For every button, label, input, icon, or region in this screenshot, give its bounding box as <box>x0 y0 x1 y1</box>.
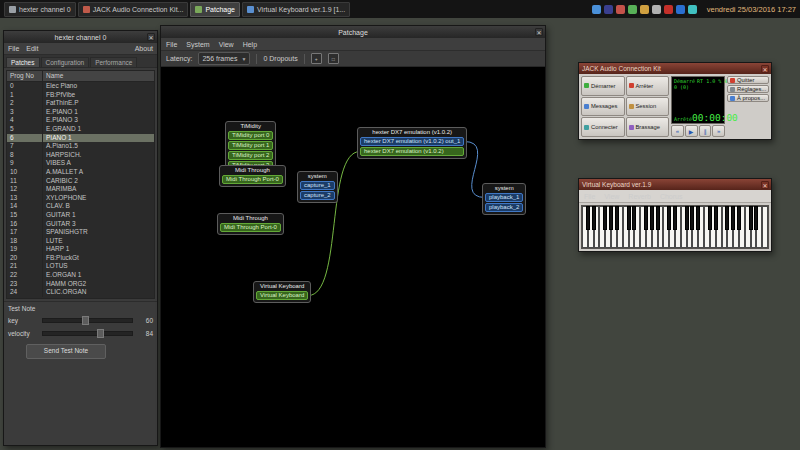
patch-row[interactable]: 4E.PIANO 3 <box>7 116 154 125</box>
patch-row[interactable]: 18LUTE <box>7 237 154 246</box>
patch-row[interactable]: 21LOTUS <box>7 262 154 271</box>
arr-ter-button[interactable]: Arrêter <box>626 76 670 96</box>
black-key[interactable] <box>586 206 590 230</box>
black-key[interactable] <box>632 206 636 230</box>
tray-icon-9[interactable] <box>688 5 697 14</box>
patch-row[interactable]: 7A.Piano1.5 <box>7 142 154 151</box>
port-capture-1[interactable]: capture_1 <box>300 181 335 190</box>
patch-row[interactable]: 13XYLOPHONE <box>7 194 154 203</box>
rewind-button[interactable]: « <box>671 125 684 137</box>
port-playback-2[interactable]: playback_2 <box>485 203 523 212</box>
black-key[interactable] <box>650 206 654 230</box>
close-icon[interactable]: ✕ <box>535 28 543 36</box>
key-slider[interactable] <box>42 318 133 323</box>
node-midi-through-1[interactable]: Midi ThroughMidi Through Port-0 <box>219 165 286 187</box>
black-key[interactable] <box>685 206 689 230</box>
black-key[interactable] <box>615 206 619 230</box>
tray-icon-4[interactable] <box>628 5 637 14</box>
black-key[interactable] <box>667 206 671 230</box>
velocity-slider-handle[interactable] <box>97 329 104 338</box>
tab-configuration[interactable]: Configuration <box>41 57 90 67</box>
menu-file[interactable]: File <box>166 41 177 48</box>
patch-row[interactable]: 15GUITAR 1 <box>7 211 154 220</box>
black-key[interactable] <box>714 206 718 230</box>
patch-row[interactable]: 24CLIC.ORGAN <box>7 288 154 297</box>
piano-keyboard[interactable] <box>581 205 769 249</box>
white-key[interactable] <box>762 206 768 248</box>
node-system-playback[interactable]: systemplayback_1playback_2 <box>482 183 526 215</box>
menu-file[interactable]: File <box>8 45 19 52</box>
black-key[interactable] <box>627 206 631 230</box>
patch-row[interactable]: 10A.MALLET A <box>7 168 154 177</box>
patch-row[interactable]: 5E.GRAND 1 <box>7 125 154 134</box>
node-hexter[interactable]: hexter DX7 emulation (v1.0.2)hexter DX7 … <box>357 127 467 159</box>
patch-row[interactable]: 8HARPSICH. <box>7 151 154 160</box>
patch-row[interactable]: 12MARIMBA <box>7 185 154 194</box>
tray-icon-3[interactable] <box>616 5 625 14</box>
messages-button[interactable]: Messages <box>581 97 625 117</box>
patch-row[interactable]: 1FB:PfVibe <box>7 91 154 100</box>
hexter-titlebar[interactable]: hexter channel 0 ✕ <box>4 31 157 43</box>
menu-chorus[interactable]: Chorus <box>660 193 683 200</box>
task-button-jack-audio-connection-kit[interactable]: JACK Audio Connection Kit... <box>78 2 189 17</box>
task-button-virtual-keyboard-ver-1-9-1[interactable]: Virtual Keyboard ver.1.9 [1... <box>242 2 350 17</box>
send-test-note-button[interactable]: Send Test Note <box>26 344 106 359</box>
menu-edit[interactable]: Edit <box>26 45 38 52</box>
qjackctl-titlebar[interactable]: JACK Audio Connection Kit ✕ <box>579 63 771 74</box>
r-glages-button[interactable]: Réglages... <box>727 85 769 93</box>
black-key[interactable] <box>731 206 735 230</box>
black-key[interactable] <box>656 206 660 230</box>
patch-row[interactable]: 22E.ORGAN 1 <box>7 271 154 280</box>
port-timidity-p0[interactable]: TiMidity port 0 <box>228 131 273 140</box>
close-icon[interactable]: ✕ <box>147 33 155 41</box>
patch-row[interactable]: 3E.PIANO 1 <box>7 108 154 117</box>
column-prog-no[interactable]: Prog No <box>7 71 43 81</box>
port-hexter-out[interactable]: hexter DX7 emulation (v1.0.2) out_1 <box>360 137 464 146</box>
latency-combo[interactable]: 256 frames ▼ <box>198 52 250 65</box>
vkeybd-titlebar[interactable]: Virtual Keyboard ver.1.9 ✕ <box>579 179 771 190</box>
patch-row[interactable]: 20FB:PluckGt <box>7 254 154 263</box>
patch-row[interactable]: 9VIBES A <box>7 159 154 168</box>
tray-icon-5[interactable] <box>640 5 649 14</box>
black-key[interactable] <box>725 206 729 230</box>
tray-icon-8[interactable] <box>676 5 685 14</box>
port-timidity-p2[interactable]: TiMidity port 2 <box>228 151 273 160</box>
menu-view[interactable]: View <box>604 193 619 200</box>
black-key[interactable] <box>737 206 741 230</box>
menu-system[interactable]: System <box>186 41 209 48</box>
patch-row[interactable]: 19HARP 1 <box>7 245 154 254</box>
tray-icon-1[interactable] <box>592 5 601 14</box>
patch-row[interactable]: 0Elec Piano <box>7 82 154 91</box>
task-button-hexter-channel-0[interactable]: hexter channel 0 <box>4 2 76 17</box>
patch-row[interactable]: 6PIANO 1 <box>7 134 154 143</box>
connecter-button[interactable]: Connecter <box>581 117 625 137</box>
patch-row[interactable]: 23HAMM ORG2 <box>7 280 154 289</box>
black-key[interactable] <box>644 206 648 230</box>
black-key[interactable] <box>592 206 596 230</box>
menu-view[interactable]: View <box>219 41 234 48</box>
propos-button[interactable]: À propos... <box>727 94 769 102</box>
panel-clock[interactable]: vendredi 25/03/2016 17:27 <box>707 5 796 14</box>
patchage-canvas[interactable]: TiMidityTiMidity port 0TiMidity port 1Ti… <box>161 67 545 447</box>
tab-performance[interactable]: Performance <box>90 57 137 67</box>
patch-row[interactable]: 14CLAV. B <box>7 202 154 211</box>
close-icon[interactable]: ✕ <box>761 181 769 189</box>
port-vk-out[interactable]: Virtual Keyboard <box>256 291 308 300</box>
port-timidity-p1[interactable]: TiMidity port 1 <box>228 141 273 150</box>
column-name[interactable]: Name <box>43 71 154 81</box>
patch-row[interactable]: 2FatThinE.P <box>7 99 154 108</box>
brassage-button[interactable]: Brassage <box>626 117 670 137</box>
task-button-patchage[interactable]: Patchage <box>190 2 240 17</box>
pause-button[interactable]: ∥ <box>699 125 712 137</box>
zoom-normal-icon[interactable]: + <box>311 53 322 64</box>
patch-row[interactable]: 11CARIBIC 2 <box>7 177 154 186</box>
zoom-fit-icon[interactable]: □ <box>328 53 339 64</box>
port-capture-2[interactable]: capture_2 <box>300 191 335 200</box>
session-button[interactable]: Session <box>626 97 670 117</box>
patchage-titlebar[interactable]: Patchage ✕ <box>161 26 545 38</box>
node-system-capture[interactable]: systemcapture_1capture_2 <box>297 171 338 203</box>
black-key[interactable] <box>609 206 613 230</box>
port-mt1-p0[interactable]: Midi Through Port-0 <box>222 175 283 184</box>
tray-icon-2[interactable] <box>604 5 613 14</box>
black-key[interactable] <box>708 206 712 230</box>
